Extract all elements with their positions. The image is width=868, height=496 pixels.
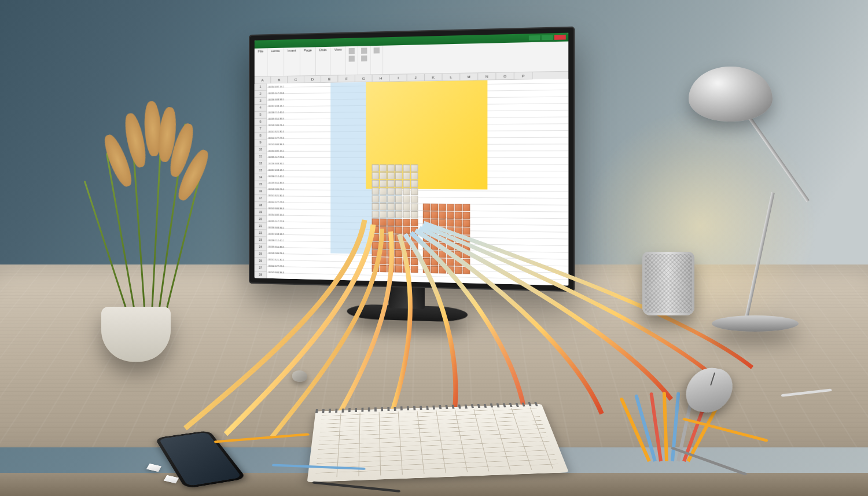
ribbon-tab: File: [255, 48, 267, 76]
column-header: B: [271, 76, 288, 84]
toolbar-icon: [374, 47, 380, 53]
row-header: 15: [255, 181, 267, 188]
ribbon-tab: View: [331, 46, 346, 75]
ribbon-tab: Page: [300, 47, 316, 75]
computer-monitor: File Home Insert Page Data View ABCDEFGH…: [249, 27, 575, 292]
row-header: 26: [255, 258, 267, 264]
row-header: 14: [255, 174, 267, 181]
cells-area: 10234 482 19.210235 517 22.810236 603 31…: [267, 79, 568, 286]
worksheet-grid: 1234567891011121314151617181920212223242…: [255, 79, 568, 286]
column-header: F: [338, 75, 355, 83]
column-header: M: [460, 73, 478, 80]
column-header: H: [373, 75, 390, 82]
lamp-base: [712, 315, 799, 332]
ribbon-group: [358, 46, 371, 75]
row-header: 6: [255, 119, 267, 126]
toolbar-icon: [349, 48, 355, 54]
row-header: 1: [255, 84, 267, 91]
toolbar-icon: [349, 56, 355, 61]
column-header: E: [321, 75, 338, 83]
column-header: C: [288, 76, 304, 83]
row-header: 16: [255, 188, 267, 195]
row-header: 18: [255, 202, 267, 209]
row-header: 10: [255, 146, 267, 153]
column-header: G: [355, 75, 373, 82]
column-header: I: [390, 74, 407, 82]
row-header: 13: [255, 167, 267, 174]
ribbon-group: [346, 46, 358, 75]
toolbar-icon: [361, 47, 367, 53]
spiral-notebook: [307, 404, 569, 482]
row-header: 20: [255, 216, 267, 223]
column-header: O: [496, 72, 514, 80]
ribbon-group: [371, 46, 384, 75]
row-header: 9: [255, 139, 267, 146]
ribbon-tab: Home: [267, 48, 284, 76]
row-header: 3: [255, 98, 267, 105]
row-header: 19: [255, 209, 267, 216]
sample-data-column: 10234 482 19.210235 517 22.810236 603 31…: [267, 82, 348, 281]
spreadsheet-app-screen: File Home Insert Page Data View ABCDEFGH…: [255, 33, 568, 286]
row-header: 22: [255, 230, 267, 237]
window-min-icon: [529, 35, 540, 41]
row-header: 17: [255, 195, 267, 202]
row-header: 8: [255, 133, 267, 139]
ribbon-tab: Insert: [284, 47, 300, 76]
column-header: D: [304, 76, 321, 83]
row-header: 2: [255, 91, 267, 98]
embedded-3d-bar-chart: [366, 153, 475, 274]
pencil-cup: [642, 252, 694, 315]
row-header: 23: [255, 237, 267, 244]
row-header: 4: [255, 105, 267, 112]
row-header: 7: [255, 126, 267, 133]
monitor-bezel: File Home Insert Page Data View ABCDEFGH…: [249, 27, 575, 292]
window-max-icon: [542, 35, 553, 40]
column-header: J: [407, 74, 425, 82]
pampas-grass-plant: [95, 116, 200, 324]
column-header: P: [514, 72, 533, 80]
row-header: 5: [255, 112, 267, 119]
row-headers: 1234567891011121314151617181920212223242…: [255, 84, 267, 279]
eraser-cube: [146, 464, 161, 472]
row-header: 24: [255, 244, 267, 251]
row-header: 27: [255, 264, 267, 272]
row-header: 28: [255, 271, 267, 279]
column-header: L: [443, 74, 461, 81]
column-header: A: [255, 76, 271, 83]
row-header: 25: [255, 251, 267, 258]
row-header: 11: [255, 153, 267, 160]
small-rock: [292, 370, 307, 382]
row-header: 12: [255, 160, 267, 167]
workspace-illustration: File Home Insert Page Data View ABCDEFGH…: [0, 0, 868, 496]
ribbon-tab: Data: [316, 47, 331, 75]
row-header: 21: [255, 223, 267, 230]
toolbar-icon: [361, 56, 367, 61]
column-header: N: [478, 73, 496, 80]
loose-pen: [670, 447, 747, 476]
column-header: K: [425, 74, 443, 81]
window-close-icon: [554, 35, 566, 40]
